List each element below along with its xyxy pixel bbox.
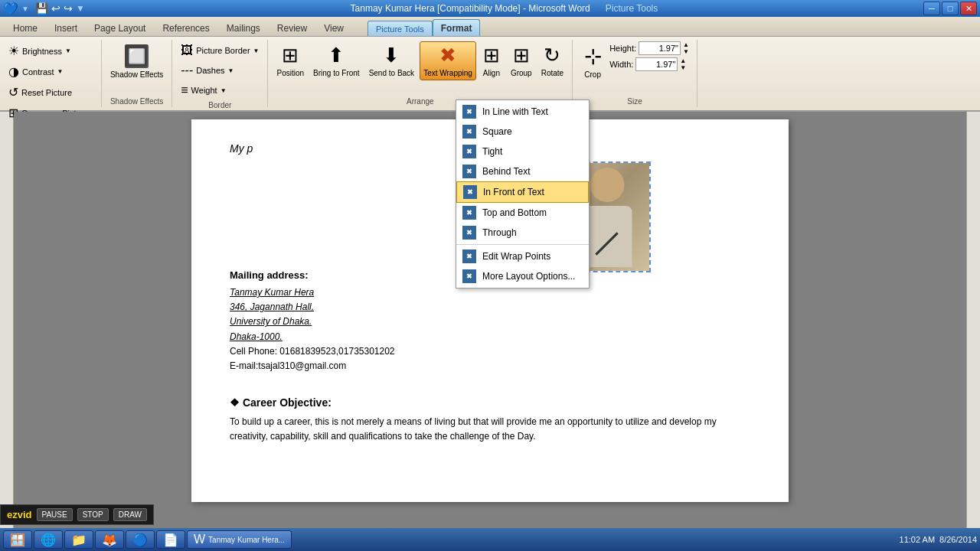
- right-panel: [966, 112, 980, 528]
- tab-home[interactable]: Home: [5, 19, 46, 36]
- reset-icon: ↺: [8, 85, 18, 99]
- height-up-button[interactable]: ▲: [683, 41, 692, 48]
- text-wrap-icon: ✖: [439, 44, 456, 67]
- taskbar-files-button[interactable]: 📄: [156, 530, 185, 549]
- taskbar-ie-button[interactable]: 🌐: [34, 530, 63, 549]
- recorder-pause-button[interactable]: PAUSE: [37, 508, 73, 521]
- tab-page-layout[interactable]: Page Layout: [86, 19, 154, 36]
- menu-item-tight[interactable]: ✖ Tight: [456, 142, 589, 161]
- left-ruler: [0, 112, 14, 528]
- word-icon: W: [194, 533, 205, 546]
- recorder-widget: ezvid PAUSE STOP DRAW: [0, 504, 154, 525]
- recorder-draw-button[interactable]: DRAW: [113, 508, 147, 521]
- width-down-button[interactable]: ▼: [680, 64, 689, 71]
- menu-item-top-bottom[interactable]: ✖ Top and Bottom: [456, 203, 589, 223]
- position-icon: ⊞: [282, 44, 299, 67]
- edit-wrap-icon: ✖: [462, 249, 476, 263]
- contrast-icon: ◑: [8, 64, 19, 79]
- group-icon: ⊞: [513, 44, 530, 67]
- send-to-back-button[interactable]: ⬇ Send to Back: [365, 41, 418, 80]
- through-icon: ✖: [462, 226, 476, 240]
- top-bottom-icon: ✖: [462, 206, 476, 220]
- maximize-button[interactable]: □: [942, 2, 959, 15]
- brightness-button[interactable]: ☀ Brightness ▼: [5, 41, 96, 60]
- text-wrapping-button[interactable]: ✖ Text Wrapping: [420, 41, 476, 80]
- picture-border-icon: 🖼: [181, 44, 193, 57]
- chrome-icon: 🔵: [132, 533, 148, 547]
- height-label: Height:: [609, 44, 636, 53]
- align-icon: ⊞: [483, 44, 500, 67]
- width-row: Width: ▲ ▼: [609, 57, 692, 71]
- ribbon-group-adjust: ☀ Brightness ▼ ◑ Contrast ▼ ↺ Reset Pict…: [0, 40, 102, 107]
- taskbar-folder-button[interactable]: 📁: [64, 530, 93, 549]
- adjust-buttons: ☀ Brightness ▼ ◑ Contrast ▼ ↺ Reset Pict…: [5, 41, 96, 122]
- folder-icon: 📁: [71, 533, 87, 547]
- dashes-button[interactable]: --- Dashes ▼: [177, 61, 263, 80]
- tab-view[interactable]: View: [315, 19, 352, 36]
- taskbar-start-button[interactable]: 🪟: [3, 530, 32, 549]
- recorder-stop-button[interactable]: STOP: [77, 508, 109, 521]
- menu-item-more-layout[interactable]: ✖ More Layout Options...: [456, 266, 589, 286]
- crop-button[interactable]: ⊹ Crop: [577, 41, 608, 82]
- rotate-icon: ↻: [544, 44, 560, 67]
- ribbon-tab-bar: Home Insert Page Layout References Maili…: [0, 17, 980, 37]
- recorder-logo: ezvid: [7, 509, 32, 520]
- system-time: 11:02 AM: [900, 535, 935, 544]
- align-button[interactable]: ⊞ Align: [478, 41, 505, 80]
- taskbar-word-button[interactable]: W Tanmay Kumar Hera...: [187, 530, 292, 549]
- rotate-button[interactable]: ↻ Rotate: [537, 41, 567, 80]
- shadow-icon: 🔲: [123, 44, 150, 69]
- bring-to-front-button[interactable]: ⬆ Bring to Front: [309, 41, 364, 80]
- height-row: Height: ▲ ▼: [609, 41, 692, 55]
- window-controls[interactable]: ─ □ ✕: [923, 2, 977, 15]
- taskbar-right: 11:02 AM 8/26/2014: [900, 535, 977, 544]
- email-line: E-mail:tsajal310@gmail.com: [230, 359, 750, 373]
- width-input[interactable]: [635, 57, 678, 71]
- menu-divider-1: [456, 244, 589, 245]
- ribbon-group-shadow: 🔲 Shadow Effects Shadow Effects: [102, 40, 172, 107]
- tab-picture-tools: Picture Tools: [368, 21, 433, 36]
- width-up-button[interactable]: ▲: [680, 57, 689, 64]
- menu-item-infront[interactable]: ✖ In Front of Text: [456, 181, 589, 203]
- arrange-group-content: ⊞ Position ⬆ Bring to Front ⬇ Send to Ba…: [273, 41, 567, 96]
- files-icon: 📄: [163, 533, 178, 547]
- arrange-label: Arrange: [407, 97, 434, 106]
- tab-format[interactable]: Format: [433, 19, 481, 36]
- career-title-text: Career Objective:: [243, 396, 332, 409]
- menu-item-behind[interactable]: ✖ Behind Text: [456, 161, 589, 181]
- menu-item-square[interactable]: ✖ Square: [456, 122, 589, 142]
- weight-button[interactable]: ≡ Weight ▼: [177, 81, 263, 99]
- tab-mailings[interactable]: Mailings: [218, 19, 269, 36]
- tab-review[interactable]: Review: [269, 19, 315, 36]
- contrast-button[interactable]: ◑ Contrast ▼: [5, 62, 96, 81]
- height-down-button[interactable]: ▼: [683, 48, 692, 55]
- tab-insert[interactable]: Insert: [46, 19, 86, 36]
- taskbar-chrome-button[interactable]: 🔵: [126, 530, 155, 549]
- weight-icon: ≡: [181, 83, 188, 97]
- tab-references[interactable]: References: [154, 19, 217, 36]
- shadow-effects-button[interactable]: 🔲 Shadow Effects: [106, 41, 167, 82]
- minimize-button[interactable]: ─: [923, 2, 940, 15]
- border-buttons: 🖼 Picture Border ▼ --- Dashes ▼ ≡ Weight…: [177, 41, 263, 99]
- career-icon: ❖: [230, 396, 240, 409]
- menu-item-inline[interactable]: ✖ In Line with Text: [456, 102, 589, 122]
- picture-border-button[interactable]: 🖼 Picture Border ▼: [177, 41, 263, 60]
- menu-item-through[interactable]: ✖ Through: [456, 223, 589, 243]
- dashes-icon: ---: [181, 64, 193, 77]
- person-head: [590, 168, 624, 202]
- crop-icon: ⊹: [584, 44, 602, 69]
- phone-line: Cell Phone: 01681839523,01735301202: [230, 344, 750, 359]
- behind-icon: ✖: [462, 165, 476, 178]
- menu-item-edit-wrap[interactable]: ✖ Edit Wrap Points: [456, 246, 589, 266]
- reset-picture-button[interactable]: ↺ Reset Picture: [5, 83, 96, 102]
- tight-icon: ✖: [462, 145, 476, 158]
- square-icon: ✖: [462, 125, 476, 139]
- infront-icon: ✖: [463, 185, 477, 199]
- close-button[interactable]: ✕: [960, 2, 977, 15]
- group-button[interactable]: ⊞ Group: [507, 41, 536, 80]
- position-button[interactable]: ⊞ Position: [273, 41, 308, 80]
- height-input[interactable]: [639, 41, 681, 55]
- address-line-3: Dhaka-1000.: [230, 330, 750, 344]
- ribbon-group-arrange: ⊞ Position ⬆ Bring to Front ⬇ Send to Ba…: [268, 40, 573, 107]
- taskbar-firefox-button[interactable]: 🦊: [95, 530, 124, 549]
